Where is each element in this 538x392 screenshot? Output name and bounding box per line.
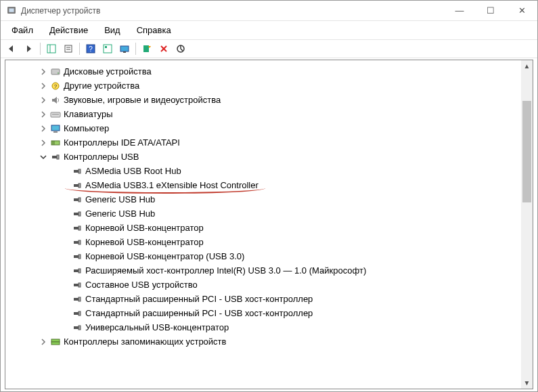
tree-device[interactable]: Корневой USB-концентратор (USB 3.0) bbox=[19, 249, 533, 263]
tree-device[interactable]: Составное USB устройство bbox=[19, 278, 533, 292]
forward-button[interactable] bbox=[22, 41, 37, 56]
tree-device[interactable]: Универсальный USB-концентратор bbox=[19, 320, 533, 334]
expand-icon[interactable] bbox=[39, 68, 47, 75]
svg-rect-47 bbox=[79, 283, 81, 287]
storage-icon bbox=[50, 336, 61, 347]
scroll-down-button[interactable]: ▼ bbox=[521, 377, 533, 389]
tree-category-label: Другие устройства bbox=[64, 81, 139, 91]
expand-icon[interactable] bbox=[39, 111, 47, 118]
expand-icon[interactable] bbox=[39, 125, 47, 132]
window-title: Диспетчер устройств bbox=[21, 6, 444, 16]
tree-category[interactable]: ?Другие устройства bbox=[19, 79, 533, 93]
tree-device-label: ASMedia USB Root Hub bbox=[85, 166, 181, 176]
expand-icon[interactable] bbox=[39, 339, 47, 345]
scrollbar[interactable]: ▲ ▼ bbox=[521, 60, 533, 389]
tree-category[interactable]: Компьютер bbox=[19, 121, 533, 135]
tree-device-label: Стандартный расширенный PCI - USB хост-к… bbox=[85, 308, 313, 318]
menu-help[interactable]: Справка bbox=[130, 22, 178, 38]
tree-category[interactable]: Контроллеры USB bbox=[19, 150, 533, 164]
svg-text:?: ? bbox=[89, 45, 93, 53]
tree-category-label: Контроллеры IDE ATA/ATAPI bbox=[64, 137, 180, 148]
tree-device-label: Универсальный USB-концентратор bbox=[85, 322, 229, 332]
svg-rect-4 bbox=[65, 45, 72, 52]
expand-icon[interactable] bbox=[39, 97, 47, 104]
svg-rect-46 bbox=[74, 284, 79, 286]
svg-rect-42 bbox=[74, 255, 79, 258]
tree-device[interactable]: Корневой USB-концентратор bbox=[19, 235, 533, 249]
collapse-icon[interactable] bbox=[39, 154, 47, 160]
minimize-button[interactable]: ― bbox=[444, 1, 475, 20]
properties-button[interactable] bbox=[61, 41, 76, 56]
usb-device-icon bbox=[72, 294, 83, 305]
tree-category[interactable]: Клавиатуры bbox=[19, 107, 533, 121]
window-controls: ― ☐ ✕ bbox=[444, 1, 537, 20]
disk-icon bbox=[50, 66, 61, 77]
tree-device[interactable]: Расширяемый хост-контроллер Intel(R) USB… bbox=[19, 263, 533, 278]
tree-device[interactable]: Generic USB Hub bbox=[19, 192, 533, 206]
uninstall-button[interactable] bbox=[156, 41, 171, 56]
disable-button[interactable] bbox=[173, 41, 188, 56]
scroll-up-button[interactable]: ▲ bbox=[521, 60, 533, 72]
tree-category[interactable]: Контроллеры запоминающих устройств bbox=[19, 334, 533, 349]
tree-device[interactable]: ASMedia USB Root Hub bbox=[19, 164, 533, 178]
toolbar-separator bbox=[79, 43, 80, 55]
sound-icon bbox=[50, 95, 61, 106]
expand-icon[interactable] bbox=[39, 139, 47, 146]
svg-rect-29 bbox=[57, 155, 59, 159]
update-driver-button[interactable] bbox=[139, 41, 154, 56]
view-button[interactable] bbox=[100, 41, 115, 56]
svg-text:?: ? bbox=[54, 83, 58, 89]
tree-category-label: Контроллеры запоминающих устройств bbox=[64, 336, 226, 347]
menu-file[interactable]: Файл bbox=[5, 22, 40, 38]
menubar: Файл Действие Вид Справка bbox=[1, 21, 537, 39]
tree-category[interactable]: Звуковые, игровые и видеоустройства bbox=[19, 93, 533, 107]
svg-rect-10 bbox=[105, 46, 107, 48]
usb-device-icon bbox=[72, 194, 83, 205]
svg-rect-48 bbox=[74, 298, 79, 301]
tree-category-label: Звуковые, игровые и видеоустройства bbox=[64, 95, 221, 105]
tree-device-label: Корневой USB-концентратор bbox=[85, 223, 204, 233]
usb-device-icon bbox=[72, 251, 83, 262]
tree-device[interactable]: Стандартный расширенный PCI - USB хост-к… bbox=[19, 306, 533, 320]
svg-rect-11 bbox=[120, 46, 129, 51]
svg-rect-51 bbox=[79, 311, 81, 315]
svg-rect-44 bbox=[74, 269, 79, 272]
tree-device-label: Расширяемый хост-контроллер Intel(R) USB… bbox=[85, 265, 366, 276]
expand-icon[interactable] bbox=[39, 83, 47, 89]
menu-view[interactable]: Вид bbox=[97, 22, 127, 38]
tree-device[interactable]: Generic USB Hub bbox=[19, 206, 533, 221]
help-button[interactable]: ? bbox=[83, 41, 98, 56]
svg-rect-13 bbox=[143, 45, 149, 52]
app-icon bbox=[6, 5, 17, 16]
svg-rect-30 bbox=[74, 170, 79, 173]
tree-device-label: Стандартный расширенный PCI - USB хост-к… bbox=[85, 294, 313, 304]
svg-rect-32 bbox=[74, 184, 79, 187]
menu-action[interactable]: Действие bbox=[43, 22, 95, 38]
show-hide-tree-button[interactable] bbox=[44, 41, 59, 56]
usb-device-icon bbox=[72, 322, 83, 333]
svg-rect-55 bbox=[51, 342, 60, 345]
svg-rect-45 bbox=[79, 269, 81, 273]
svg-point-18 bbox=[58, 72, 59, 74]
svg-rect-36 bbox=[74, 213, 79, 215]
tree-category[interactable]: Дисковые устройства bbox=[19, 64, 533, 79]
tree-device[interactable]: Корневой USB-концентратор bbox=[19, 221, 533, 235]
scan-button[interactable] bbox=[117, 41, 132, 56]
tree-device[interactable]: Стандартный расширенный PCI - USB хост-к… bbox=[19, 292, 533, 306]
close-button[interactable]: ✕ bbox=[506, 1, 537, 20]
device-tree[interactable]: Дисковые устройства?Другие устройстваЗву… bbox=[5, 60, 533, 389]
svg-rect-53 bbox=[79, 326, 81, 330]
svg-rect-35 bbox=[79, 198, 81, 202]
tree-category[interactable]: Контроллеры IDE ATA/ATAPI bbox=[19, 135, 533, 150]
tree-device-label: Корневой USB-концентратор (USB 3.0) bbox=[85, 251, 244, 261]
tree-category-label: Клавиатуры bbox=[64, 109, 113, 119]
tree-device[interactable]: ASMedia USB3.1 eXtensible Host Controlle… bbox=[19, 178, 533, 192]
tree-category-label: Дисковые устройства bbox=[64, 66, 152, 77]
svg-rect-54 bbox=[51, 339, 60, 342]
svg-rect-2 bbox=[47, 45, 55, 53]
svg-rect-28 bbox=[52, 156, 57, 158]
usb-device-icon bbox=[72, 166, 83, 177]
scroll-thumb[interactable] bbox=[522, 101, 531, 202]
maximize-button[interactable]: ☐ bbox=[475, 1, 506, 20]
back-button[interactable] bbox=[5, 41, 20, 56]
